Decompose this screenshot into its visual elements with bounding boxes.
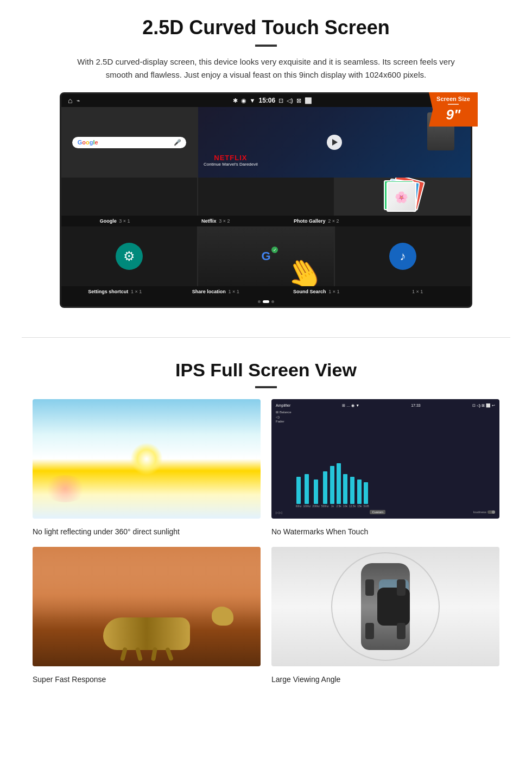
section1-title: 2.5D Curved Touch Screen: [33, 16, 499, 39]
amp-label-speaker: ◁): [276, 415, 292, 419]
amp-status-bar: Amplifier ⊞ … ◉ ▼ 17:33 ⊡ ◁) ⊠ ⬜ ↩: [276, 403, 495, 408]
screen-size-badge: Screen Size 9": [429, 92, 478, 127]
settings-app-cell[interactable]: ⚙: [61, 226, 197, 286]
eq-bar-container-9: SUB: [363, 482, 369, 508]
leg-3: [151, 647, 157, 661]
settings-label-size: 1 × 1: [131, 289, 142, 294]
photo-gallery-cell[interactable]: 🌸: [335, 178, 471, 216]
eq-bar-container-1: 100hz: [303, 474, 311, 508]
netflix-subtitle: Continue Marvel's Daredevil: [204, 162, 258, 167]
google-search-input[interactable]: [102, 140, 170, 146]
sound-search-cell[interactable]: ♪: [335, 226, 471, 286]
amp-speaker-icon: ◁): [276, 415, 280, 419]
eq-bar-label-1: 100hz: [303, 504, 311, 508]
loudness-toggle: loudness: [473, 510, 495, 514]
car-bg: [271, 547, 499, 666]
amp-custom-btn[interactable]: Custom: [370, 510, 385, 514]
camera-icon: ⊡: [278, 97, 283, 104]
status-bar-left: ⌂ ⌁: [68, 96, 80, 105]
flower-icon: 🌸: [395, 191, 408, 204]
amp-content: ⊞ Balance ◁) Fader 60hz1: [276, 410, 495, 508]
mic-icon[interactable]: 🎤: [174, 139, 181, 146]
google-label-name: Google: [100, 218, 117, 224]
feature-cheetah: Super Fast Response: [33, 547, 261, 684]
amplifier-image: Amplifier ⊞ … ◉ ▼ 17:33 ⊡ ◁) ⊠ ⬜ ↩ ⊞ Bal…: [271, 399, 499, 519]
eq-bar-container-7: 12.5k: [349, 477, 356, 508]
sunlight-image: [33, 399, 261, 519]
netflix-bg: NETFLIX Continue Marvel's Daredevil: [198, 107, 471, 178]
car-body: [361, 563, 410, 650]
dot-3: [271, 300, 274, 303]
app-labels-row: Google 3 × 1 Netflix 3 × 2 Photo Gallery…: [61, 216, 471, 226]
settings-icon-wrapper: ⚙: [116, 243, 143, 270]
device-touch-area: Screen Size 9" ⌂ ⌁ ✱ ◉ ▼ 15:06 ⊡: [60, 92, 472, 310]
amp-balance-text: Balance: [280, 411, 292, 414]
section-separator: [22, 337, 510, 338]
cheetah-head: [212, 607, 233, 626]
share-location-cell[interactable]: G ✓ 🤚: [198, 226, 334, 286]
netflix-brand: NETFLIX Continue Marvel's Daredevil: [204, 154, 258, 167]
google-label: Google 3 × 1: [65, 217, 166, 225]
amp-eq-bars: 60hz100hz200hz500hz1k2.5k10k12.5k15kSUB: [294, 410, 495, 508]
eq-bar-4: [330, 466, 334, 504]
loudness-label: loudness: [473, 510, 486, 514]
amp-label-fader: Fader: [276, 420, 292, 423]
app-labels-bottom: Settings shortcut 1 × 1 Share location 1…: [61, 286, 471, 297]
feature-amplifier: Amplifier ⊞ … ◉ ▼ 17:33 ⊡ ◁) ⊠ ⬜ ↩ ⊞ Bal…: [271, 399, 499, 536]
share-label-size: 1 × 1: [228, 289, 239, 294]
scroll-indicator: [61, 297, 471, 306]
feature-car: Large Viewing Angle: [271, 547, 499, 684]
eq-bar-8: [357, 480, 362, 504]
eq-bar-6: [343, 474, 347, 504]
eq-bar-label-6: 10k: [343, 504, 347, 508]
google-search-bar[interactable]: Google 🎤: [72, 137, 187, 148]
section1-description: With 2.5D curved-display screen, this de…: [76, 55, 456, 81]
netflix-play-button[interactable]: [327, 135, 342, 150]
eq-bar-container-8: 15k: [357, 480, 362, 508]
eq-bar-1: [305, 474, 309, 504]
amp-prev-icon: |◁◁: [276, 510, 282, 514]
eq-bar-0: [296, 477, 301, 504]
section-curved-screen: 2.5D Curved Touch Screen With 2.5D curve…: [0, 0, 532, 321]
eq-bar-container-3: 500hz: [321, 471, 329, 508]
share-label-name: Share location: [192, 289, 226, 294]
toggle-track[interactable]: [487, 510, 495, 514]
blank-label: [367, 217, 468, 225]
leg-2: [135, 647, 143, 661]
google-app-cell[interactable]: Google 🎤: [61, 107, 197, 178]
eq-bar-label-5: 2.5k: [336, 504, 341, 508]
feature-grid: No light reflecting under 360° direct su…: [33, 399, 499, 684]
section2-title: IPS Full Screen View: [33, 359, 499, 381]
badge-size: 9": [434, 106, 472, 123]
eq-bar-label-9: SUB: [363, 504, 369, 508]
sound-size-label: 1 × 1: [367, 288, 468, 295]
photo-card-main: 🌸: [387, 182, 416, 212]
amp-right-icons: ⊡ ◁) ⊠ ⬜ ↩: [472, 403, 495, 408]
eq-bar-label-8: 15k: [357, 504, 362, 508]
badge-label: Screen Size: [434, 96, 472, 102]
amp-title: Amplifier: [276, 403, 290, 408]
gallery-label: Photo Gallery 2 × 2: [266, 217, 367, 225]
home-icon: ⌂: [68, 96, 72, 105]
sound-size: 1 × 1: [412, 289, 423, 294]
dot-2: [263, 300, 269, 303]
eq-bar-2: [314, 480, 318, 504]
pink-glow: [43, 475, 87, 502]
eq-bar-label-3: 500hz: [321, 504, 329, 508]
car-caption: Large Viewing Angle: [271, 675, 499, 684]
eq-bar-label-0: 60hz: [296, 504, 302, 508]
status-bar: ⌂ ⌁ ✱ ◉ ▼ 15:06 ⊡ ◁) ⊠ ⬜: [61, 94, 471, 107]
amplifier-bg: Amplifier ⊞ … ◉ ▼ 17:33 ⊡ ◁) ⊠ ⬜ ↩ ⊞ Bal…: [271, 399, 499, 519]
app-grid-bottom: ⚙ G ✓ 🤚 ♪: [61, 226, 471, 286]
device-screen: ⌂ ⌁ ✱ ◉ ▼ 15:06 ⊡ ◁) ⊠ ⬜: [60, 92, 472, 308]
netflix-label-name: Netflix: [201, 218, 217, 224]
hand-pointing-icon: 🤚: [279, 249, 329, 286]
netflix-app-cell[interactable]: NETFLIX Continue Marvel's Daredevil: [198, 107, 471, 178]
screen-icon: ⬜: [305, 97, 312, 104]
gallery-label-name: Photo Gallery: [294, 218, 326, 224]
badge-divider: [448, 104, 459, 105]
sunlight-rays: [114, 426, 179, 491]
settings-gear-icon: ⚙: [123, 249, 135, 264]
sunlight-bg: [33, 399, 261, 519]
time-display: 15:06: [258, 97, 275, 104]
